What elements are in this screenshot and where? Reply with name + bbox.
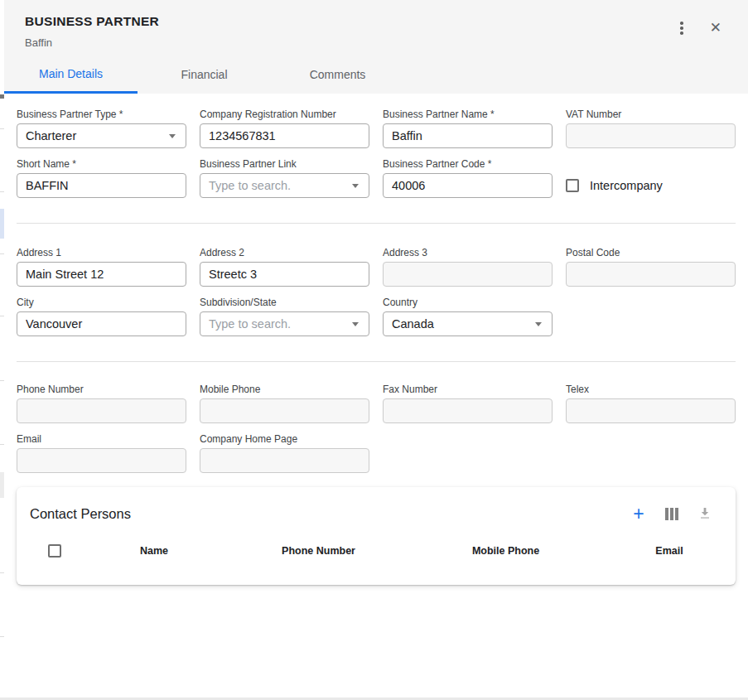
telex-input[interactable]: [566, 398, 736, 423]
email-input[interactable]: [17, 448, 186, 473]
short-name-input[interactable]: [17, 173, 186, 198]
chevron-down-icon: [352, 322, 359, 326]
field-label: Telex: [566, 384, 736, 395]
field-label: City: [17, 297, 186, 308]
field-business-partner-link: Business Partner Link Type to search.: [200, 158, 369, 198]
address1-input[interactable]: [17, 262, 186, 287]
field-label: Country: [383, 297, 553, 308]
field-address2: Address 2: [200, 247, 369, 287]
dialog-header: BUSINESS PARTNER Baffin ✕ Main Details F…: [4, 0, 748, 94]
intercompany-checkbox[interactable]: [566, 179, 579, 192]
subdivision-state-select[interactable]: Type to search.: [200, 311, 369, 336]
select-value: Charterer: [26, 129, 76, 142]
field-phone-number: Phone Number: [17, 384, 186, 423]
postal-code-input[interactable]: [566, 262, 736, 287]
field-label: Email: [17, 433, 186, 445]
column-header-email: Email: [603, 545, 736, 557]
export-button[interactable]: [696, 504, 714, 523]
field-label: Address 3: [383, 247, 553, 258]
plus-icon: +: [633, 504, 644, 524]
field-label: Company Home Page: [200, 433, 369, 445]
field-intercompany: Intercompany: [566, 158, 736, 198]
background-page-edge: [0, 0, 4, 700]
city-input[interactable]: [17, 311, 186, 336]
columns-icon: [665, 508, 678, 520]
dialog-subtitle: Baffin: [4, 29, 748, 49]
select-all-checkbox[interactable]: [48, 544, 61, 558]
field-business-partner-type: Business Partner Type * Charterer: [17, 109, 186, 148]
contact-persons-table-header: Name Phone Number Mobile Phone Email: [17, 532, 736, 570]
field-vat-number: VAT Number: [566, 109, 736, 148]
column-header-name: Name: [80, 545, 229, 557]
dialog-title: BUSINESS PARTNER: [4, 0, 748, 29]
field-company-home-page: Company Home Page: [200, 433, 369, 473]
field-mobile-phone: Mobile Phone: [200, 384, 369, 423]
field-address1: Address 1: [17, 247, 186, 287]
section-divider: [17, 361, 736, 362]
field-short-name: Short Name *: [17, 158, 186, 198]
business-partner-link-select[interactable]: Type to search.: [200, 173, 369, 198]
field-subdivision-state: Subdivision/State Type to search.: [200, 297, 369, 336]
business-partner-code-input[interactable]: [383, 173, 553, 198]
kebab-menu-icon[interactable]: [675, 18, 688, 38]
tab-main-details[interactable]: Main Details: [4, 56, 138, 94]
address2-input[interactable]: [200, 262, 369, 287]
select-placeholder: Type to search.: [209, 317, 291, 331]
contact-persons-card: Contact Persons +: [17, 487, 736, 585]
field-label: Business Partner Link: [200, 158, 369, 170]
field-label: Business Partner Code *: [383, 158, 553, 170]
column-header-phone-number: Phone Number: [229, 545, 408, 557]
field-label: Phone Number: [17, 384, 186, 395]
chevron-down-icon: [169, 134, 176, 138]
add-contact-button[interactable]: +: [630, 504, 648, 523]
section-divider: [17, 223, 736, 224]
field-email: Email: [17, 433, 186, 473]
select-value: Canada: [392, 317, 434, 331]
column-header-mobile-phone: Mobile Phone: [408, 545, 603, 557]
company-home-page-input[interactable]: [200, 448, 369, 473]
address3-input[interactable]: [383, 262, 553, 287]
field-label: Postal Code: [566, 247, 736, 258]
field-label: Subdivision/State: [200, 297, 369, 308]
field-country: Country Canada: [383, 297, 553, 336]
close-icon[interactable]: ✕: [708, 19, 723, 36]
country-select[interactable]: Canada: [383, 311, 553, 336]
tab-bar: Main Details Financial Comments: [4, 56, 404, 94]
field-address3: Address 3: [383, 247, 553, 287]
chevron-down-icon: [352, 184, 359, 188]
screen: BUSINESS PARTNER Baffin ✕ Main Details F…: [0, 0, 748, 700]
field-label: Mobile Phone: [200, 384, 369, 395]
field-label: Business Partner Type *: [17, 109, 186, 120]
business-partner-type-select[interactable]: Charterer: [17, 123, 186, 148]
field-label: Company Registration Number: [200, 109, 369, 120]
download-icon: [698, 507, 712, 520]
fax-number-input[interactable]: [383, 398, 553, 423]
tab-financial[interactable]: Financial: [138, 56, 271, 94]
contact-persons-title: Contact Persons: [30, 506, 131, 522]
field-telex: Telex: [566, 384, 736, 423]
vat-number-input[interactable]: [566, 123, 736, 148]
field-label: Address 1: [17, 247, 186, 258]
phone-number-input[interactable]: [17, 398, 186, 423]
tab-comments[interactable]: Comments: [271, 56, 404, 94]
field-label: VAT Number: [566, 109, 736, 120]
field-company-registration-number: Company Registration Number: [200, 109, 369, 148]
business-partner-dialog: BUSINESS PARTNER Baffin ✕ Main Details F…: [4, 0, 748, 698]
choose-columns-button[interactable]: [663, 504, 681, 523]
intercompany-label: Intercompany: [590, 179, 663, 192]
company-registration-number-input[interactable]: [200, 123, 369, 148]
select-placeholder: Type to search.: [209, 179, 291, 192]
main-details-panel: Business Partner Type * Charterer Compan…: [4, 94, 748, 473]
field-business-partner-name: Business Partner Name *: [383, 109, 553, 148]
contact-persons-toolbar: +: [630, 504, 714, 523]
business-partner-name-input[interactable]: [383, 123, 553, 148]
field-postal-code: Postal Code: [566, 247, 736, 287]
field-label: Address 2: [200, 247, 369, 258]
chevron-down-icon: [535, 322, 542, 326]
mobile-phone-input[interactable]: [200, 398, 369, 423]
header-actions: ✕: [675, 18, 723, 38]
field-business-partner-code: Business Partner Code *: [383, 158, 553, 198]
field-label: Short Name *: [17, 158, 186, 170]
field-label: Business Partner Name *: [383, 109, 553, 120]
field-city: City: [17, 297, 186, 336]
